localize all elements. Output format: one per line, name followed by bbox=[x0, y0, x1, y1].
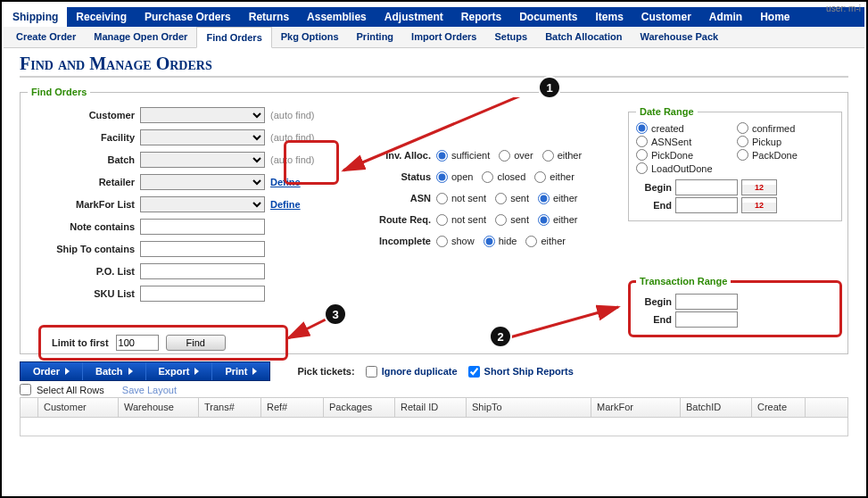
invalloc-sufficient[interactable]: sufficient bbox=[436, 150, 490, 162]
select-all-checkbox[interactable] bbox=[20, 384, 31, 395]
asn-radio-1[interactable] bbox=[495, 193, 507, 204]
po-input[interactable] bbox=[140, 263, 265, 279]
batch-select[interactable] bbox=[140, 152, 265, 168]
nav2-batch-allocation[interactable]: Batch Allocation bbox=[536, 27, 631, 47]
daterange-packdone[interactable]: PackDone bbox=[737, 149, 834, 161]
daterange-radio-1[interactable] bbox=[737, 122, 748, 134]
facility-select[interactable] bbox=[140, 129, 265, 145]
nav2-create-order[interactable]: Create Order bbox=[7, 27, 85, 47]
tr-end-input[interactable] bbox=[675, 311, 738, 328]
col-retail-id[interactable]: Retail ID bbox=[395, 398, 467, 417]
routereq-sent[interactable]: sent bbox=[495, 214, 529, 226]
status-radio-2[interactable] bbox=[534, 171, 546, 183]
daterange-radio-6[interactable] bbox=[636, 162, 648, 174]
nav2-find-orders[interactable]: Find Orders bbox=[196, 27, 271, 48]
ignore-duplicate-input[interactable] bbox=[366, 366, 377, 378]
routereq-radio-0[interactable] bbox=[436, 214, 448, 226]
find-button[interactable]: Find bbox=[166, 335, 226, 351]
col-shipto[interactable]: ShipTo bbox=[467, 398, 591, 417]
col-customer[interactable]: Customer bbox=[38, 398, 119, 417]
customer-select[interactable] bbox=[140, 107, 265, 123]
ignore-duplicate-checkbox[interactable]: Ignore duplicate bbox=[366, 366, 458, 378]
daterange-radio-0[interactable] bbox=[636, 122, 648, 134]
daterange-radio-5[interactable] bbox=[737, 149, 748, 161]
incomplete-radio-2[interactable] bbox=[525, 236, 537, 247]
invalloc-radio-1[interactable] bbox=[499, 150, 510, 162]
daterange-asnsent[interactable]: ASNSent bbox=[636, 136, 733, 147]
limit-input[interactable] bbox=[116, 335, 159, 351]
nav1-assemblies[interactable]: Assemblies bbox=[298, 7, 376, 27]
col-select[interactable] bbox=[21, 398, 38, 417]
nav1-returns[interactable]: Returns bbox=[240, 7, 298, 27]
status-open[interactable]: open bbox=[436, 171, 473, 183]
nav1-customer[interactable]: Customer bbox=[632, 7, 700, 27]
incomplete-radio-1[interactable] bbox=[484, 236, 495, 247]
nav2-setups[interactable]: Setups bbox=[485, 27, 536, 47]
incomplete-either[interactable]: either bbox=[525, 236, 566, 247]
calendar-icon[interactable]: 12 bbox=[741, 197, 777, 213]
col-packages[interactable]: Packages bbox=[324, 398, 395, 417]
status-radio-0[interactable] bbox=[436, 171, 448, 183]
menu-order[interactable]: Order bbox=[21, 362, 83, 380]
menu-export[interactable]: Export bbox=[146, 362, 213, 380]
nav1-reports[interactable]: Reports bbox=[452, 7, 510, 27]
col-markfor[interactable]: MarkFor bbox=[591, 398, 681, 417]
calendar-icon[interactable]: 12 bbox=[741, 179, 777, 195]
tr-begin-input[interactable] bbox=[675, 294, 738, 310]
nav2-manage-open-order[interactable]: Manage Open Order bbox=[85, 27, 196, 47]
asn-radio-2[interactable] bbox=[538, 193, 550, 204]
nav1-purchase-orders[interactable]: Purchase Orders bbox=[136, 7, 240, 27]
short-ship-checkbox[interactable]: Short Ship Reports bbox=[468, 366, 574, 378]
daterange-created[interactable]: created bbox=[636, 122, 733, 134]
asn-radio-0[interactable] bbox=[436, 193, 448, 204]
incomplete-show[interactable]: show bbox=[436, 236, 475, 247]
nav1-items[interactable]: Items bbox=[586, 7, 632, 27]
retailer-select[interactable] bbox=[140, 174, 265, 190]
routereq-radio-1[interactable] bbox=[495, 214, 507, 226]
status-either[interactable]: either bbox=[534, 171, 575, 183]
save-layout-link[interactable]: Save Layout bbox=[122, 385, 177, 395]
menu-batch[interactable]: Batch bbox=[83, 362, 146, 380]
daterange-pickup[interactable]: Pickup bbox=[737, 136, 834, 147]
nav1-documents[interactable]: Documents bbox=[510, 7, 586, 27]
nav2-pkg-options[interactable]: Pkg Options bbox=[272, 27, 348, 47]
col-batchid[interactable]: BatchID bbox=[681, 398, 752, 417]
daterange-radio-3[interactable] bbox=[737, 136, 748, 147]
col-warehouse[interactable]: Warehouse bbox=[119, 398, 199, 417]
daterange-loadoutdone[interactable]: LoadOutDone bbox=[636, 162, 733, 174]
retailer-define-link[interactable]: Define bbox=[270, 177, 301, 187]
nav2-import-orders[interactable]: Import Orders bbox=[402, 27, 485, 47]
invalloc-over[interactable]: over bbox=[499, 150, 533, 162]
begin-date-input[interactable] bbox=[675, 179, 738, 195]
daterange-confirmed[interactable]: confirmed bbox=[737, 122, 834, 134]
daterange-radio-4[interactable] bbox=[636, 149, 648, 161]
select-all-rows[interactable]: Select All Rows bbox=[20, 384, 104, 395]
nav2-warehouse-pack[interactable]: Warehouse Pack bbox=[632, 27, 728, 47]
daterange-pickdone[interactable]: PickDone bbox=[636, 149, 733, 161]
nav2-printing[interactable]: Printing bbox=[348, 27, 403, 47]
short-ship-input[interactable] bbox=[468, 366, 480, 378]
col-trans-[interactable]: Trans# bbox=[199, 398, 261, 417]
status-radio-1[interactable] bbox=[482, 171, 493, 183]
asn-sent[interactable]: sent bbox=[495, 193, 529, 204]
daterange-radio-2[interactable] bbox=[636, 136, 648, 147]
menu-print[interactable]: Print bbox=[212, 362, 269, 380]
markfor-select[interactable] bbox=[140, 196, 265, 212]
col-create[interactable]: Create bbox=[752, 398, 806, 417]
nav1-receiving[interactable]: Receiving bbox=[67, 7, 136, 27]
note-input[interactable] bbox=[140, 219, 265, 235]
status-closed[interactable]: closed bbox=[482, 171, 525, 183]
incomplete-hide[interactable]: hide bbox=[484, 236, 517, 247]
routereq-either[interactable]: either bbox=[538, 214, 578, 226]
asn-either[interactable]: either bbox=[538, 193, 578, 204]
nav1-shipping[interactable]: Shipping bbox=[4, 7, 67, 27]
asn-not-sent[interactable]: not sent bbox=[436, 193, 486, 204]
invalloc-radio-2[interactable] bbox=[542, 150, 554, 162]
sku-input[interactable] bbox=[140, 286, 265, 302]
col-ref-[interactable]: Ref# bbox=[261, 398, 324, 417]
incomplete-radio-0[interactable] bbox=[436, 236, 448, 247]
end-date-input[interactable] bbox=[675, 197, 738, 213]
routereq-not-sent[interactable]: not sent bbox=[436, 214, 486, 226]
nav1-adjustment[interactable]: Adjustment bbox=[376, 7, 452, 27]
nav1-admin[interactable]: Admin bbox=[700, 7, 751, 27]
